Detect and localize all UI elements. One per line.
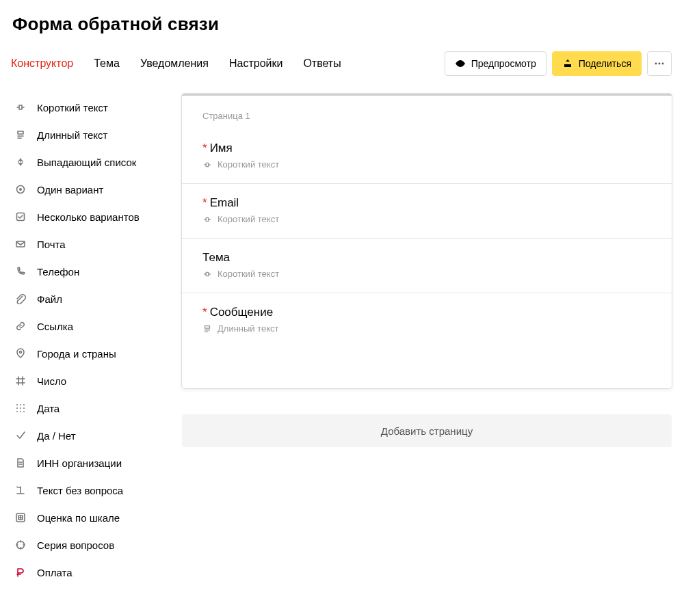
sidebar-item-label: Телефон: [37, 266, 79, 278]
email-icon: [14, 237, 27, 251]
field-type: Длинный текст: [202, 323, 651, 334]
long-text-icon: [14, 128, 27, 142]
tab-settings[interactable]: Настройки: [229, 57, 282, 70]
field-type-icon: [202, 269, 212, 279]
sidebar-item-label: ИНН организации: [37, 457, 122, 469]
sidebar-item-phone[interactable]: Телефон: [11, 258, 161, 285]
form-field[interactable]: *EmailКороткий текст: [182, 183, 672, 238]
sidebar-item-label: Несколько вариантов: [37, 211, 140, 223]
file-icon: [14, 292, 27, 306]
sidebar-item-label: Почта: [37, 239, 66, 250]
payment-icon: [14, 565, 27, 579]
sidebar-item-yesno[interactable]: Да / Нет: [11, 422, 161, 449]
share-button-label: Поделиться: [579, 58, 631, 69]
required-marker: *: [202, 196, 207, 209]
required-marker: *: [202, 306, 207, 319]
dropdown-icon: [14, 155, 27, 169]
tab-answers[interactable]: Ответы: [303, 57, 341, 70]
inn-icon: [14, 456, 27, 470]
sidebar-item-label: Текст без вопроса: [37, 485, 123, 496]
checkbox-icon: [14, 210, 27, 224]
form-field[interactable]: ТемаКороткий текст: [182, 238, 672, 293]
sidebar-item-dropdown[interactable]: Выпадающий список: [11, 148, 161, 176]
radio-icon: [14, 183, 27, 196]
sidebar-item-label: Оценка по шкале: [37, 512, 120, 524]
sidebar-item-checkbox[interactable]: Несколько вариантов: [11, 203, 161, 230]
share-button[interactable]: Поделиться: [552, 51, 642, 76]
sidebar-item-long-text[interactable]: Длинный текст: [11, 121, 161, 148]
sidebar-item-scale[interactable]: Оценка по шкале: [11, 504, 161, 531]
sidebar-item-label: Да / Нет: [37, 430, 76, 442]
field-label: *Имя: [202, 142, 651, 155]
sidebar-item-label: Файл: [37, 293, 62, 305]
sidebar-item-date[interactable]: Дата: [11, 394, 161, 422]
field-label: Тема: [202, 251, 651, 265]
yesno-icon: [14, 429, 27, 442]
form-canvas: Страница 1 *ИмяКороткий текст*EmailКорот…: [182, 94, 672, 447]
sidebar-item-file[interactable]: Файл: [11, 285, 161, 312]
share-icon: [562, 58, 573, 69]
sidebar-item-text-only[interactable]: Текст без вопроса: [11, 477, 161, 504]
eye-icon: [455, 58, 466, 69]
sidebar-item-label: Один вариант: [37, 184, 103, 196]
tab-theme[interactable]: Тема: [94, 57, 120, 70]
sidebar-item-label: Оплата: [37, 567, 73, 578]
header-bar: Конструктор Тема Уведомления Настройки О…: [11, 50, 672, 90]
link-icon: [14, 319, 27, 333]
form-title: Форма обратной связи: [12, 14, 672, 35]
phone-icon: [14, 265, 27, 278]
page-label: Страница 1: [182, 96, 672, 129]
field-label: *Email: [202, 196, 651, 210]
field-type: Короткий текст: [202, 159, 651, 170]
form-page-panel: Страница 1 *ИмяКороткий текст*EmailКорот…: [182, 94, 672, 388]
field-type-sidebar: Короткий текстДлинный текстВыпадающий сп…: [11, 94, 161, 586]
sidebar-item-label: Серия вопросов: [37, 539, 114, 551]
field-type-icon: [202, 324, 212, 334]
sidebar-item-label: Города и страны: [37, 348, 116, 360]
sidebar-item-label: Выпадающий список: [37, 157, 136, 168]
tab-bar: Конструктор Тема Уведомления Настройки О…: [11, 57, 341, 70]
series-icon: [14, 538, 27, 552]
form-field[interactable]: *СообщениеДлинный текст: [182, 293, 672, 347]
sidebar-item-short-text[interactable]: Короткий текст: [11, 94, 161, 121]
sidebar-item-link[interactable]: Ссылка: [11, 312, 161, 340]
text-only-icon: [14, 483, 27, 497]
field-type-label: Короткий текст: [218, 269, 279, 279]
field-type: Короткий текст: [202, 269, 651, 279]
sidebar-item-label: Число: [37, 375, 66, 387]
sidebar-item-label: Длинный текст: [37, 129, 107, 141]
svg-point-19: [662, 63, 664, 65]
more-button[interactable]: [647, 51, 672, 76]
sidebar-item-payment[interactable]: Оплата: [11, 559, 161, 586]
preview-button-label: Предпросмотр: [471, 58, 536, 69]
sidebar-item-label: Короткий текст: [37, 102, 108, 113]
svg-point-18: [659, 63, 661, 65]
field-type-icon: [202, 215, 212, 224]
tab-notifications[interactable]: Уведомления: [140, 57, 209, 70]
sidebar-item-geo[interactable]: Города и страны: [11, 340, 161, 367]
geo-icon: [14, 347, 27, 360]
sidebar-item-label: Дата: [37, 403, 60, 414]
form-field[interactable]: *ИмяКороткий текст: [182, 129, 672, 183]
field-type-icon: [202, 160, 212, 170]
field-type-label: Короткий текст: [218, 159, 279, 170]
add-page-button[interactable]: Добавить страницу: [182, 414, 672, 447]
short-text-icon: [14, 101, 27, 114]
field-type-label: Длинный текст: [218, 323, 279, 334]
sidebar-item-email[interactable]: Почта: [11, 230, 161, 258]
field-type: Короткий текст: [202, 214, 651, 224]
field-label: *Сообщение: [202, 306, 651, 319]
tab-constructor[interactable]: Конструктор: [11, 57, 73, 70]
sidebar-item-number[interactable]: Число: [11, 367, 161, 394]
preview-button[interactable]: Предпросмотр: [445, 51, 547, 76]
sidebar-item-radio[interactable]: Один вариант: [11, 176, 161, 203]
scale-icon: [14, 511, 27, 524]
date-icon: [14, 401, 27, 415]
sidebar-item-inn[interactable]: ИНН организации: [11, 449, 161, 477]
number-icon: [14, 374, 27, 388]
required-marker: *: [202, 142, 207, 155]
sidebar-item-series[interactable]: Серия вопросов: [11, 531, 161, 559]
field-type-label: Короткий текст: [218, 214, 279, 224]
sidebar-item-label: Ссылка: [37, 321, 73, 332]
svg-point-17: [655, 63, 657, 65]
